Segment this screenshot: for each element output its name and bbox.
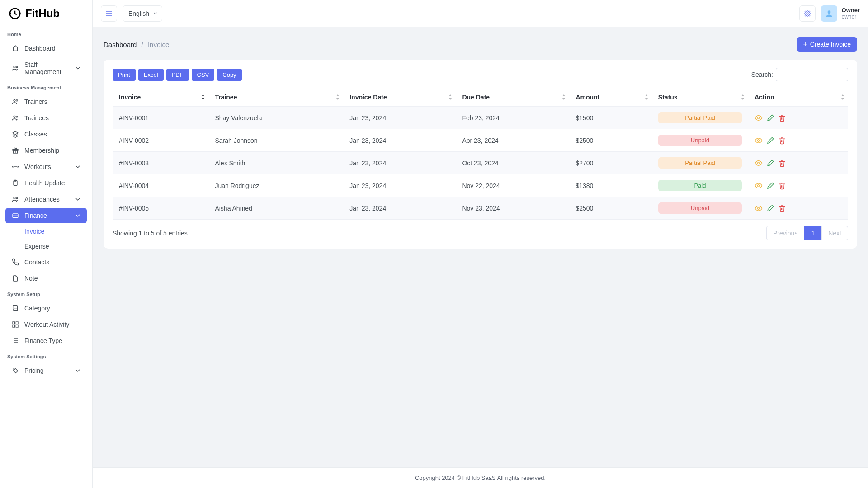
view-icon[interactable] (755, 182, 763, 190)
brand-logo[interactable]: FitHub (0, 0, 92, 27)
svg-point-12 (16, 197, 18, 199)
svg-point-18 (14, 369, 14, 370)
list-icon (12, 337, 19, 344)
column-header-trainee[interactable]: Trainee (208, 88, 343, 107)
delete-icon[interactable] (778, 182, 786, 190)
excel-button[interactable]: Excel (138, 69, 164, 81)
settings-button[interactable] (799, 5, 816, 22)
user-menu[interactable]: Owner owner (821, 5, 860, 22)
barbell-icon (12, 163, 19, 170)
gift-icon (12, 147, 19, 154)
cell-status: Partial Paid (652, 107, 748, 129)
status-badge: Unpaid (658, 135, 742, 146)
search-input[interactable] (776, 68, 848, 81)
sidebar-item-staff-management[interactable]: Staff Management (5, 57, 87, 80)
users-icon (12, 196, 19, 203)
table-row: #INV-0002Sarah JohnsonJan 23, 2024Apr 23… (113, 129, 848, 152)
cell-trainee: Aisha Ahmed (208, 197, 343, 220)
cell-invoice-date: Jan 23, 2024 (343, 129, 456, 152)
sidebar-item-trainees[interactable]: Trainees (5, 110, 87, 126)
nav-section-heading: Home (0, 27, 92, 40)
sidebar-item-attendances[interactable]: Attendances (5, 192, 87, 207)
column-header-action[interactable]: Action (748, 88, 848, 107)
sidebar-item-label: Attendances (24, 196, 60, 203)
column-header-status[interactable]: Status (652, 88, 748, 107)
column-header-invoice-date[interactable]: Invoice Date (343, 88, 456, 107)
view-icon[interactable] (755, 204, 763, 212)
cell-invoice-date: Jan 23, 2024 (343, 197, 456, 220)
pdf-button[interactable]: PDF (166, 69, 189, 81)
nav-section-heading: System Settings (0, 349, 92, 362)
sidebar-item-health-update[interactable]: Health Update (5, 175, 87, 191)
view-icon[interactable] (755, 159, 763, 167)
sidebar-subitem-expense[interactable]: Expense (18, 239, 87, 253)
cell-due-date: Apr 23, 2024 (456, 129, 569, 152)
status-badge: Partial Paid (658, 112, 742, 123)
svg-point-4 (16, 100, 18, 101)
language-label: English (128, 10, 149, 17)
cell-status: Unpaid (652, 129, 748, 152)
print-button[interactable]: Print (113, 69, 136, 81)
breadcrumb-current: Invoice (148, 41, 170, 48)
sidebar-item-membership[interactable]: Membership (5, 143, 87, 158)
column-header-amount[interactable]: Amount (569, 88, 651, 107)
svg-rect-17 (16, 325, 18, 327)
sidebar-subitem-invoice[interactable]: Invoice (18, 224, 87, 239)
sidebar-item-finance-type[interactable]: Finance Type (5, 333, 87, 348)
chevron-down-icon (75, 368, 80, 373)
delete-icon[interactable] (778, 114, 786, 122)
sidebar-item-contacts[interactable]: Contacts (5, 254, 87, 270)
sidebar-item-category[interactable]: Category (5, 300, 87, 316)
breadcrumb-root[interactable]: Dashboard (104, 41, 137, 48)
edit-icon[interactable] (766, 136, 774, 145)
sidebar-item-label: Staff Management (24, 61, 70, 75)
sidebar-item-label: Membership (24, 147, 59, 154)
chevron-down-icon (153, 11, 157, 15)
sidebar-item-workout-activity[interactable]: Workout Activity (5, 317, 87, 332)
sidebar-item-pricing[interactable]: Pricing (5, 363, 87, 378)
chevron-down-icon (75, 164, 80, 169)
svg-point-2 (16, 66, 18, 68)
sidebar-item-trainers[interactable]: Trainers (5, 94, 87, 109)
svg-rect-14 (13, 322, 15, 324)
pagination-page-1[interactable]: 1 (804, 226, 821, 240)
view-icon[interactable] (755, 114, 763, 122)
cell-invoice-date: Jan 23, 2024 (343, 152, 456, 174)
delete-icon[interactable] (778, 159, 786, 167)
sidebar-item-dashboard[interactable]: Dashboard (5, 41, 87, 56)
barbell-clock-icon (8, 7, 22, 20)
cell-due-date: Feb 23, 2024 (456, 107, 569, 129)
delete-icon[interactable] (778, 204, 786, 212)
menu-toggle-button[interactable] (101, 5, 117, 22)
svg-point-23 (758, 162, 760, 164)
sidebar-item-workouts[interactable]: Workouts (5, 159, 87, 174)
edit-icon[interactable] (766, 182, 774, 190)
pagination-previous[interactable]: Previous (766, 226, 804, 240)
edit-icon[interactable] (766, 159, 774, 167)
user-name: Owner (842, 7, 860, 14)
csv-button[interactable]: CSV (192, 69, 215, 81)
copy-button[interactable]: Copy (217, 69, 241, 81)
cell-trainee: Alex Smith (208, 152, 343, 174)
users-icon (12, 114, 19, 122)
svg-rect-16 (13, 325, 15, 327)
cell-invoice-date: Jan 23, 2024 (343, 174, 456, 197)
language-select[interactable]: English (123, 5, 162, 22)
edit-icon[interactable] (766, 204, 774, 212)
plus-icon: + (803, 41, 807, 48)
cell-amount: $2500 (569, 197, 651, 220)
avatar (821, 5, 837, 22)
view-icon[interactable] (755, 136, 763, 145)
edit-icon[interactable] (766, 114, 774, 122)
column-header-due-date[interactable]: Due Date (456, 88, 569, 107)
sidebar-item-note[interactable]: Note (5, 271, 87, 286)
column-header-invoice[interactable]: Invoice (113, 88, 208, 107)
delete-icon[interactable] (778, 136, 786, 145)
pagination-next[interactable]: Next (821, 226, 848, 240)
cell-due-date: Nov 22, 2024 (456, 174, 569, 197)
sidebar-item-finance[interactable]: Finance (5, 208, 87, 223)
svg-point-3 (14, 99, 15, 101)
sidebar-item-classes[interactable]: Classes (5, 127, 87, 142)
chevron-down-icon (75, 213, 80, 218)
create-invoice-button[interactable]: + Create Invoice (797, 37, 857, 52)
